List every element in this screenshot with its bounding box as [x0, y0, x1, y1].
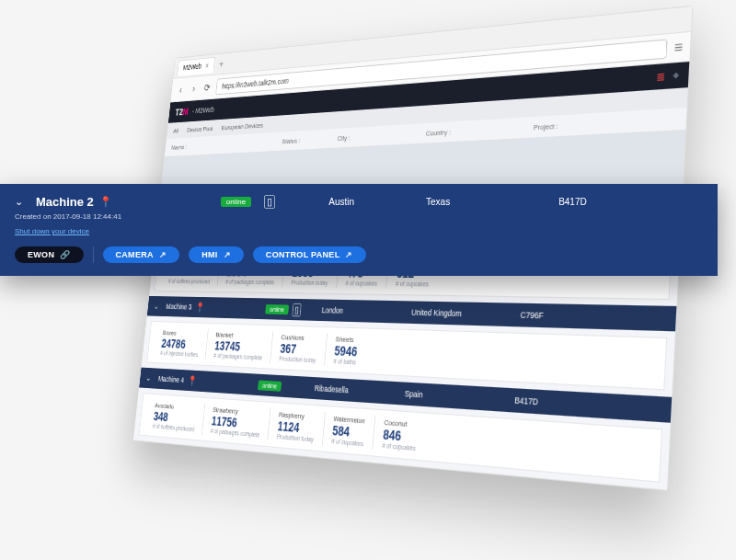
browser-tab[interactable]: M2Web × — [177, 56, 214, 75]
separator — [93, 246, 94, 263]
kpi-sublabel: Production today — [291, 280, 328, 286]
reload-icon[interactable]: ⟳ — [202, 81, 213, 93]
kpi-sublabel: # of baths — [333, 358, 356, 365]
kpi-card: Avocado348# of coffees produced — [144, 399, 204, 435]
filter-all[interactable]: All — [173, 127, 179, 134]
machine-name: Machine 4 — [158, 374, 185, 384]
address-text: https://m2web.talk2m.com — [222, 76, 290, 90]
machine-name: Machine 3 — [166, 303, 192, 312]
kpi-value: 367 — [280, 341, 317, 357]
shutdown-link[interactable]: Shut down your device — [15, 227, 89, 235]
col-status[interactable]: Status : — [282, 134, 338, 145]
status-badge: online — [221, 197, 251, 207]
kpi-sublabel: Production today — [279, 355, 316, 363]
expanded-title: Machine 2 📍 — [36, 195, 112, 209]
forward-icon[interactable]: › — [190, 83, 199, 95]
kpi-sublabel: # of packages complete — [225, 279, 274, 285]
kpi-card: Blanket13745# of packages complete — [205, 329, 273, 363]
col-city[interactable]: City : — [337, 129, 426, 142]
external-link-icon: ↗ — [224, 250, 231, 259]
hmi-button[interactable]: HMI ↗ — [189, 246, 244, 263]
machine-country: United Kingdom — [411, 308, 521, 320]
pin-icon: 📍 — [187, 375, 197, 387]
machine-city: London — [321, 305, 411, 316]
brand-logo: T2M — [175, 107, 189, 117]
kpi-sublabel: # of cupcakes — [331, 438, 363, 447]
kpi-card: Strawberry11756# of packages complete — [201, 404, 270, 441]
device-icon: ▯ — [264, 195, 275, 209]
expanded-city: Austin — [328, 197, 354, 207]
expanded-country: Texas — [426, 197, 450, 207]
brand-subtitle: - M2Web — [191, 106, 214, 116]
close-icon[interactable]: × — [205, 61, 210, 70]
kpi-card: Boxes24786# of injected bottles — [153, 327, 208, 360]
kpi-card: Sheets5946# of baths — [324, 333, 367, 368]
kpi-value: 5946 — [334, 343, 358, 359]
chevron-down-icon: ⌄ — [154, 302, 159, 310]
new-tab-icon[interactable]: + — [219, 58, 224, 70]
control-panel-button[interactable]: CONTROL PANEL ↗ — [253, 246, 366, 263]
link-icon: 🔗 — [60, 250, 70, 259]
machine-city: Ribadesella — [314, 383, 405, 398]
kpi-card: Cushions367Production today — [270, 331, 327, 366]
external-link-icon: ↗ — [159, 250, 167, 259]
kpi-card: Raspberry1124Production today — [267, 408, 324, 446]
device-icon: ▯ — [292, 303, 301, 316]
ewon-button[interactable]: EWON 🔗 — [15, 246, 84, 263]
col-country[interactable]: Country : — [426, 123, 535, 138]
camera-button[interactable]: CAMERA ↗ — [103, 246, 180, 263]
filter-euro[interactable]: European Devices — [222, 121, 264, 131]
kpi-sublabel: # of cupcakes — [345, 280, 377, 286]
tab-title: M2Web — [183, 63, 202, 73]
map-pin-icon[interactable]: ⌖ — [673, 68, 680, 83]
machine-project: B417D — [514, 395, 636, 413]
filter-device-pool[interactable]: Device Pool — [187, 124, 213, 133]
machine-project: C796F — [520, 310, 640, 323]
chevron-down-icon[interactable]: ⌄ — [15, 196, 23, 208]
expanded-project: B417D — [558, 197, 587, 207]
external-link-icon: ↗ — [345, 250, 352, 259]
expanded-machine-panel: ⌄ Machine 2 📍 online ▯ Austin Texas B417… — [0, 184, 718, 276]
list-view-icon[interactable]: ≣ — [656, 69, 666, 84]
status-badge: online — [258, 380, 282, 391]
kpi-sublabel: # of coffees produced — [168, 278, 211, 284]
pin-icon: 📍 — [195, 302, 205, 313]
back-icon[interactable]: ‹ — [176, 84, 185, 96]
kpi-sublabel: # of injected bottles — [160, 349, 198, 357]
col-project[interactable]: Project : — [534, 116, 652, 131]
kpi-card: Coconut846# of cupcakes — [372, 416, 427, 454]
kpi-sublabel: # of packages complete — [213, 352, 262, 360]
created-text: Created on 2017-09-18 12:44:41 — [15, 212, 703, 221]
col-name[interactable]: Name : — [171, 137, 282, 151]
machine-country: Spain — [405, 389, 515, 406]
status-badge: online — [265, 304, 289, 314]
menu-icon[interactable]: ≡ — [673, 38, 683, 56]
pin-icon: 📍 — [99, 196, 112, 208]
chevron-down-icon: ⌄ — [145, 373, 151, 382]
kpi-card: Watermelon584# of cupcakes — [322, 412, 375, 450]
kpi-sublabel: # of cupcakes — [396, 280, 429, 287]
